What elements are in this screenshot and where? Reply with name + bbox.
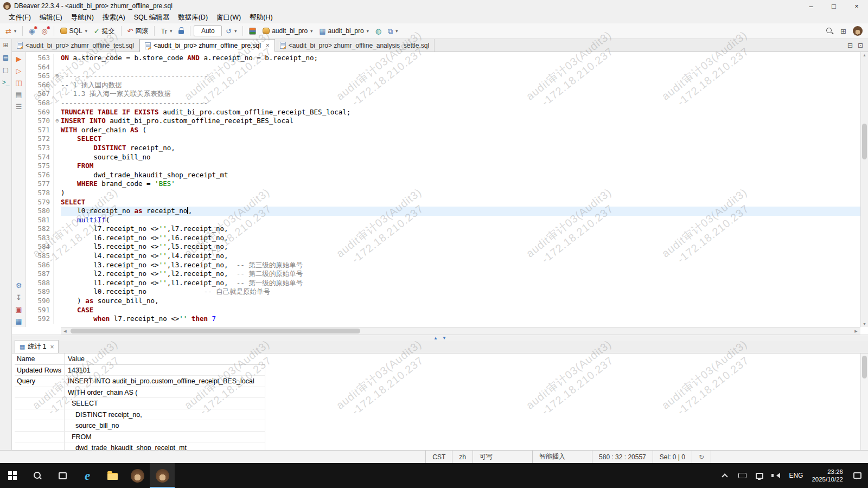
minimize-editor-button[interactable]: ⊟ bbox=[847, 42, 853, 49]
hscroll-thumb[interactable] bbox=[71, 329, 360, 333]
code-line-588[interactable]: 588 l1.receipt_no <>'',l1.receipt_no, --… bbox=[26, 279, 860, 288]
menu-item-2[interactable]: 导航(N) bbox=[67, 12, 98, 23]
hscroll-track[interactable] bbox=[69, 328, 852, 335]
splitter-collapse-icon[interactable]: ▼ bbox=[442, 336, 446, 341]
tab-close-icon[interactable]: × bbox=[266, 42, 270, 49]
database-navigator-icon[interactable]: ▤ bbox=[3, 54, 9, 61]
tunnel-settings-button[interactable]: ⧉▾ bbox=[385, 26, 400, 36]
volume-button[interactable] bbox=[768, 463, 786, 488]
code-line-577[interactable]: 577 WHERE brand_code = 'BES' bbox=[26, 179, 860, 189]
minimize-button[interactable]: – bbox=[800, 0, 822, 12]
rollback-button[interactable]: ↶回滚 bbox=[125, 25, 151, 37]
execute-statement-button[interactable]: ▶ bbox=[16, 55, 22, 62]
code-line-587[interactable]: 587 l2.receipt_no <>'',l2.receipt_no, --… bbox=[26, 269, 860, 279]
code-line-582[interactable]: 582 l7.receipt_no <>'',l7.receipt_no, bbox=[26, 224, 860, 234]
menu-item-0[interactable]: 文件(F) bbox=[4, 12, 35, 23]
code-line-578[interactable]: 578) bbox=[26, 189, 860, 198]
close-button[interactable]: × bbox=[845, 0, 868, 12]
code-line-566[interactable]: 566-- 1 插入国内数据 bbox=[26, 81, 860, 90]
code-line-571[interactable]: 571WITH order_chain AS ( bbox=[26, 126, 860, 135]
code-line-574[interactable]: 574 source_bill_no bbox=[26, 153, 860, 162]
code-line-585[interactable]: 585 l4.receipt_no <>'',l4.receipt_no, bbox=[26, 252, 860, 261]
code-line-576[interactable]: 576 dwd_trade_hkaudit_shop_receipt_mt bbox=[26, 171, 860, 180]
export-results-button[interactable]: ↧ bbox=[16, 294, 22, 301]
code-line-592[interactable]: 592 when l7.receipt_no <>'' then 7 bbox=[26, 314, 860, 324]
language-indicator[interactable]: ENG bbox=[786, 463, 806, 488]
memory-refresh[interactable]: ↻ bbox=[692, 451, 711, 463]
code-line-584[interactable]: 584 l5.receipt_no <>'',l5.receipt_no, bbox=[26, 242, 860, 252]
code-line-572[interactable]: 572 SELECT bbox=[26, 134, 860, 144]
fold-marker[interactable]: ⊖ bbox=[53, 72, 61, 81]
code-line-591[interactable]: 591 CASE bbox=[26, 306, 860, 315]
write-state[interactable]: 可写 bbox=[473, 451, 532, 463]
code-line-563[interactable]: 563ON a.store_code = b.store_code AND a.… bbox=[26, 54, 860, 63]
pinned-app-button[interactable] bbox=[125, 463, 150, 488]
code-line-580[interactable]: 580 l0.receipt_no as receipt_no, bbox=[26, 207, 860, 216]
database-selector-button[interactable]: audit_bi_pro▾ bbox=[260, 25, 315, 36]
commit-button[interactable]: ✓提交 bbox=[91, 25, 118, 37]
sql-dialect-button[interactable]: SQL▾ bbox=[58, 25, 90, 36]
column-header-name[interactable]: Name bbox=[15, 354, 65, 364]
editor-vscrollbar[interactable]: ▲ ▼ bbox=[860, 52, 868, 327]
code-line-590[interactable]: 590 ) as source_bill_no, bbox=[26, 297, 860, 306]
datasource-stack-button[interactable] bbox=[246, 26, 259, 36]
result-row-7[interactable]: dwd_trade_hkaudit_shop_receipt_mt bbox=[15, 442, 265, 450]
maximize-button[interactable]: □ bbox=[822, 0, 845, 12]
code-line-565[interactable]: 565⊖------------------------------------ bbox=[26, 72, 860, 81]
execute-script-button[interactable]: ▷ bbox=[16, 67, 22, 74]
code-line-586[interactable]: 586 l3.receipt_no <>'',l3.receipt_no, --… bbox=[26, 261, 860, 270]
statement-list-button[interactable]: ☰ bbox=[16, 103, 22, 110]
file-explorer-button[interactable] bbox=[100, 463, 125, 488]
result-row-3[interactable]: SELECT bbox=[15, 398, 265, 409]
touch-keyboard-button[interactable] bbox=[733, 463, 751, 488]
network-button[interactable] bbox=[751, 463, 768, 488]
scroll-right-icon[interactable]: ▶ bbox=[852, 329, 860, 333]
sql-console-icon[interactable]: >_ bbox=[2, 79, 10, 86]
commit-pending-button[interactable]: ◉✱ bbox=[26, 26, 37, 36]
scroll-up-icon[interactable]: ▲ bbox=[861, 53, 868, 57]
schema-selector-button[interactable]: ▦audit_bi_pro▾ bbox=[316, 25, 371, 36]
toggle-panels-button[interactable]: ⊞ bbox=[838, 26, 849, 36]
menu-item-1[interactable]: 编辑(E) bbox=[35, 12, 67, 23]
query-history-button[interactable]: ↺▾ bbox=[223, 26, 239, 36]
clock[interactable]: 23:26 2025/10/22 bbox=[806, 463, 848, 488]
statistics-tab[interactable]: ▦ 统计 1 × bbox=[15, 340, 59, 353]
open-results-grid-button[interactable]: ▦ bbox=[15, 318, 22, 325]
execute-new-tab-button[interactable]: ◫ bbox=[15, 79, 22, 86]
projects-view-icon[interactable]: ▢ bbox=[3, 67, 9, 73]
new-connection-button[interactable]: ⇄▾ bbox=[3, 26, 19, 36]
insert-mode[interactable]: 智能插入 bbox=[532, 451, 592, 463]
editor-tab-0[interactable]: <audit_bi_pro> zhumr_offline_test.sql bbox=[12, 39, 139, 52]
scroll-down-icon[interactable]: ▼ bbox=[861, 322, 868, 326]
internet-explorer-button[interactable]: e bbox=[75, 463, 100, 488]
result-row-4[interactable]: DISTINCT receipt_no, bbox=[15, 409, 265, 421]
dbeaver-taskbar-button[interactable] bbox=[150, 463, 175, 488]
tray-expand-button[interactable] bbox=[716, 463, 733, 488]
taskbar-search-button[interactable] bbox=[25, 463, 50, 488]
search-button[interactable] bbox=[823, 25, 837, 37]
menu-item-7[interactable]: 帮助(H) bbox=[245, 12, 277, 23]
code-line-573[interactable]: 573 DISTINCT receipt_no, bbox=[26, 144, 860, 153]
start-button[interactable] bbox=[0, 463, 25, 488]
commit-mode-button[interactable]: Auto bbox=[194, 25, 222, 36]
task-view-button[interactable] bbox=[50, 463, 75, 488]
column-header-value[interactable]: Value bbox=[65, 354, 265, 364]
caret-position[interactable]: 580 : 32 : 20557 bbox=[592, 451, 653, 463]
result-row-6[interactable]: FROM bbox=[15, 432, 265, 443]
restore-panes-icon[interactable]: ⊞ bbox=[3, 42, 8, 48]
result-row-1[interactable]: QueryINSERT INTO audit_bi_pro.custom_off… bbox=[15, 376, 265, 387]
code-line-570[interactable]: 570⊖INSERT INTO audit_bi_pro.custom_offl… bbox=[26, 117, 860, 126]
network-profile-button[interactable]: ◍ bbox=[373, 26, 384, 36]
code-line-581[interactable]: 581 multiIf( bbox=[26, 216, 860, 225]
menu-item-5[interactable]: 数据库(D) bbox=[174, 12, 212, 23]
code-line-568[interactable]: 568------------------------------------ bbox=[26, 99, 860, 108]
code-line-579[interactable]: 579SELECT bbox=[26, 198, 860, 207]
code-area[interactable]: 563ON a.store_code = b.store_code AND a.… bbox=[26, 52, 860, 327]
vscroll-thumb[interactable] bbox=[862, 124, 867, 159]
explain-plan-button[interactable]: ▤ bbox=[15, 91, 22, 98]
menu-item-6[interactable]: 窗口(W) bbox=[212, 12, 245, 23]
code-line-583[interactable]: 583 l6.receipt_no <>'',l6.receipt_no, bbox=[26, 234, 860, 243]
code-line-564[interactable]: 564 bbox=[26, 63, 860, 72]
maximize-editor-button[interactable]: ⊡ bbox=[858, 42, 863, 49]
save-script-button[interactable]: ▣ bbox=[15, 306, 22, 313]
